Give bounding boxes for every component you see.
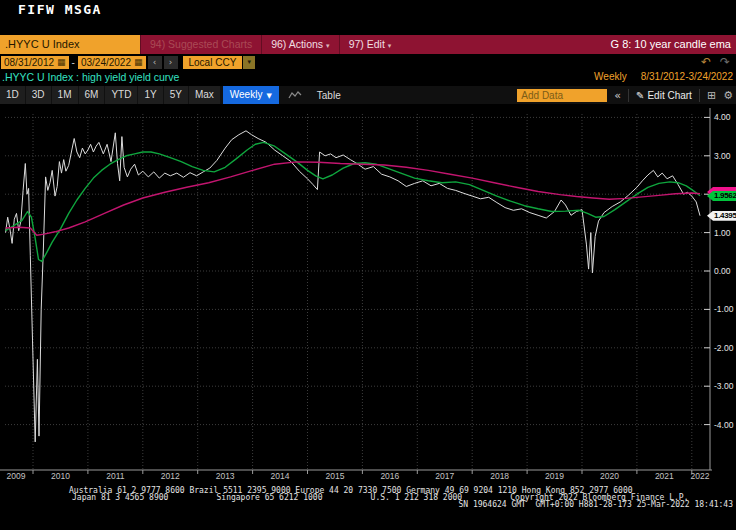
- y-axis-label: -4.00: [714, 420, 736, 430]
- pencil-icon: ✎: [636, 90, 644, 101]
- series-hyyc-index: [6, 131, 700, 442]
- security-ticker-box[interactable]: .HYYC U Index: [0, 35, 140, 54]
- line-annotation-icon[interactable]: [288, 90, 302, 100]
- menu-edit[interactable]: 97) Edit▾: [339, 35, 401, 54]
- y-axis-label: 0.00: [714, 266, 736, 276]
- collapse-panel-icon[interactable]: «: [614, 89, 621, 102]
- chart-svg: [0, 104, 736, 476]
- currency-dropdown-arrow[interactable]: ▾: [243, 56, 255, 69]
- currency-select[interactable]: Local CCY: [183, 56, 243, 69]
- chevron-down-icon: ▼: [266, 92, 271, 100]
- menu-actions[interactable]: 96) Actions▾: [261, 35, 338, 54]
- menu-edit-label: 97) Edit: [349, 38, 385, 50]
- command-text: FIFW MSGA: [18, 2, 102, 17]
- y-axis-label: 3.00: [714, 151, 736, 161]
- range-button-5y[interactable]: 5Y: [164, 86, 188, 104]
- chart-toolbar: 1D3D1M6MYTD1Y5YMax Weekly▼ Table Add Dat…: [0, 86, 736, 104]
- chevron-down-icon: ▾: [388, 42, 392, 49]
- x-axis-label: 2018: [490, 471, 509, 481]
- command-line[interactable]: FIFW MSGA: [0, 0, 736, 34]
- security-bar: .HYYC U Index 94) Suggested Charts 96) A…: [0, 35, 736, 54]
- x-axis-label: 2012: [161, 471, 180, 481]
- chart-panel-icon[interactable]: ⊞: [707, 89, 716, 102]
- x-axis-label: 2014: [271, 471, 290, 481]
- chart-plot-area[interactable]: 4.003.002.001.000.00-1.00-2.00-3.00-4.00…: [0, 104, 736, 476]
- y-axis-label: -1.00: [714, 304, 736, 314]
- series-ema-green: [6, 142, 700, 261]
- calendar-icon[interactable]: ▦: [134, 56, 143, 69]
- x-axis-label: 2016: [380, 471, 399, 481]
- x-axis-label: 2013: [216, 471, 235, 481]
- chart-function-title: G 8: 10 year candle ema: [611, 35, 736, 54]
- x-axis-label: 2010: [51, 471, 70, 481]
- period-range: 8/31/2012-3/24/2022: [641, 71, 733, 82]
- add-data-input[interactable]: Add Data: [517, 89, 607, 102]
- y-axis-label: -3.00: [714, 381, 736, 391]
- edit-chart-label: Edit Chart: [647, 90, 691, 101]
- menu-suggested-charts[interactable]: 94) Suggested Charts: [140, 35, 261, 54]
- table-button[interactable]: Table: [309, 90, 349, 101]
- range-button-max[interactable]: Max: [189, 86, 220, 104]
- start-date-field[interactable]: 08/31/2012 ▦: [1, 56, 69, 69]
- chevron-down-icon: ▾: [326, 42, 330, 49]
- toolbar-right: Add Data « ✎Edit Chart ⊞ ⚙: [517, 89, 736, 102]
- period-label: Weekly: [594, 71, 627, 82]
- scroll-right-button[interactable]: ›: [164, 56, 178, 69]
- y-axis-label: 4.00: [714, 112, 736, 122]
- history-buttons: ↶ ↷: [701, 55, 735, 69]
- scroll-left-button[interactable]: ‹: [148, 56, 162, 69]
- x-axis-label: 2020: [600, 471, 619, 481]
- range-buttons: 1D3D1M6MYTD1Y5YMax: [0, 86, 221, 104]
- range-button-1m[interactable]: 1M: [52, 86, 78, 104]
- range-button-1y[interactable]: 1Y: [138, 86, 162, 104]
- x-axis: 2009201020112012201320142015201620172018…: [0, 471, 736, 483]
- start-date-value: 08/31/2012: [4, 56, 54, 69]
- menu-actions-label: 96) Actions: [271, 38, 323, 50]
- period-info: Weekly8/31/2012-3/24/2022: [594, 71, 733, 82]
- end-date-field[interactable]: 03/24/2022 ▦: [78, 56, 146, 69]
- series-ema-magenta: [6, 162, 700, 235]
- x-axis-label: 2011: [106, 471, 124, 481]
- undo-icon[interactable]: ↶: [701, 55, 711, 69]
- end-date-value: 03/24/2022: [81, 56, 131, 69]
- price-tag-green: 1.9562: [707, 191, 736, 201]
- frequency-label: Weekly: [230, 89, 263, 100]
- edit-chart-button[interactable]: ✎Edit Chart: [636, 90, 692, 101]
- x-axis-label: 2022: [691, 471, 710, 481]
- date-separator: -: [72, 57, 75, 68]
- divider: [699, 89, 700, 102]
- divider: [628, 89, 629, 102]
- price-tag-white: 1.4395: [707, 211, 736, 221]
- y-axis-label: 1.00: [714, 228, 736, 238]
- range-button-ytd[interactable]: YTD: [105, 86, 137, 104]
- gear-icon[interactable]: ⚙: [723, 89, 733, 102]
- redo-icon[interactable]: ↷: [720, 55, 730, 69]
- range-button-6m[interactable]: 6M: [79, 86, 105, 104]
- x-axis-label: 2015: [325, 471, 344, 481]
- range-button-3d[interactable]: 3D: [26, 86, 51, 104]
- x-axis-label: 2009: [7, 471, 26, 481]
- frequency-select[interactable]: Weekly▼: [223, 86, 279, 104]
- security-description: .HYYC U Index : high yield yield curve: [2, 71, 179, 83]
- footer-session-line: SN 1964624 GMT GMT+0:00 H881-28-173 25-M…: [458, 501, 733, 509]
- y-axis-label: -2.00: [714, 343, 736, 353]
- x-axis-label: 2021: [655, 471, 674, 481]
- range-button-1d[interactable]: 1D: [0, 86, 25, 104]
- x-axis-label: 2019: [545, 471, 564, 481]
- date-range-bar: 08/31/2012 ▦ - 03/24/2022 ▦ ‹ › Local CC…: [1, 55, 735, 69]
- subtitle-bar: .HYYC U Index : high yield yield curve W…: [0, 70, 736, 85]
- calendar-icon[interactable]: ▦: [57, 56, 66, 69]
- x-axis-label: 2017: [435, 471, 454, 481]
- bloomberg-chart-screen: FIFW MSGA .HYYC U Index 94) Suggested Ch…: [0, 0, 736, 530]
